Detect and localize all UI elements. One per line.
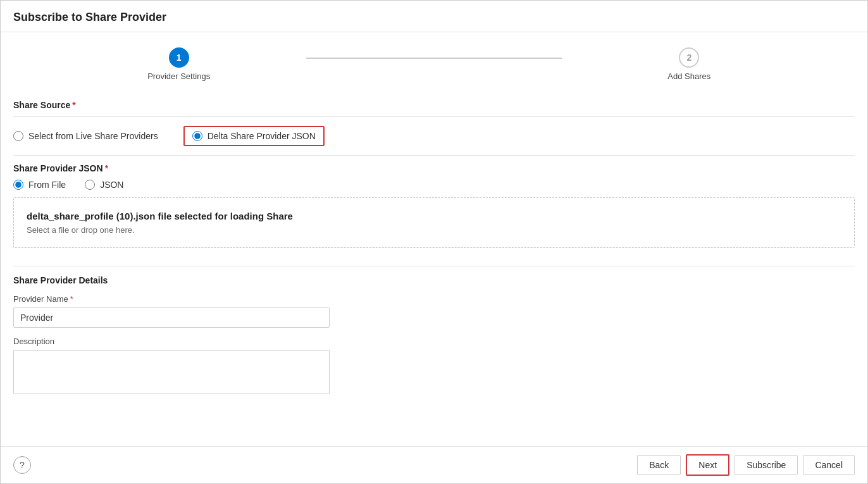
back-button[interactable]: Back <box>637 455 681 475</box>
subscribe-button[interactable]: Subscribe <box>735 455 798 475</box>
share-provider-json-section: Share Provider JSON* From File JSON delt… <box>13 156 855 248</box>
live-share-radio[interactable] <box>13 131 23 141</box>
provider-name-group: Provider Name* <box>13 294 855 328</box>
description-label: Description <box>13 337 855 346</box>
share-source-required: * <box>72 100 75 110</box>
provider-name-required: * <box>70 294 73 304</box>
step-2-label: Add Shares <box>667 71 710 81</box>
json-label: JSON <box>100 180 123 190</box>
file-drop-area[interactable]: delta_share_profile (10).json file selec… <box>13 197 855 248</box>
page-header: Subscribe to Share Provider <box>1 1 867 32</box>
next-button[interactable]: Next <box>686 454 729 476</box>
step-1-label: Provider Settings <box>147 71 210 81</box>
from-file-label: From File <box>28 180 66 190</box>
provider-details-title: Share Provider Details <box>13 266 855 285</box>
json-type-radio-group: From File JSON <box>13 180 855 190</box>
file-selected-text: delta_share_profile (10).json file selec… <box>27 211 841 221</box>
description-textarea[interactable] <box>13 350 330 394</box>
page-title: Subscribe to Share Provider <box>13 11 855 24</box>
live-share-option[interactable]: Select from Live Share Providers <box>13 131 158 141</box>
share-source-radio-group: Select from Live Share Providers Delta S… <box>13 117 855 156</box>
delta-share-radio[interactable] <box>192 131 202 141</box>
share-provider-json-required: * <box>105 163 108 173</box>
footer-left: ? <box>13 456 31 474</box>
help-button[interactable]: ? <box>13 456 31 474</box>
json-option[interactable]: JSON <box>85 180 123 190</box>
from-file-radio[interactable] <box>13 180 23 190</box>
step-1-circle: 1 <box>169 47 189 68</box>
live-share-label: Select from Live Share Providers <box>28 131 158 141</box>
provider-name-label: Provider Name* <box>13 294 855 304</box>
from-file-option[interactable]: From File <box>13 180 66 190</box>
provider-name-input[interactable] <box>13 307 330 328</box>
description-group: Description <box>13 337 855 396</box>
page-wrapper: Subscribe to Share Provider 1 Provider S… <box>0 0 868 484</box>
step-2-circle: 2 <box>679 47 699 68</box>
step-1: 1 Provider Settings <box>51 47 306 81</box>
share-source-section-title: Share Source* <box>13 91 855 117</box>
share-provider-json-title: Share Provider JSON* <box>13 163 855 173</box>
delta-share-option[interactable]: Delta Share Provider JSON <box>183 126 325 146</box>
footer-right: Back Next Subscribe Cancel <box>637 454 855 476</box>
json-radio[interactable] <box>85 180 95 190</box>
provider-details-section: Share Provider Details Provider Name* De… <box>13 256 855 411</box>
cancel-button[interactable]: Cancel <box>803 455 855 475</box>
step-2: 2 Add Shares <box>562 47 817 81</box>
page-footer: ? Back Next Subscribe Cancel <box>1 446 867 483</box>
delta-share-label: Delta Share Provider JSON <box>208 131 316 141</box>
file-drop-hint: Select a file or drop one here. <box>27 225 841 235</box>
stepper: 1 Provider Settings 2 Add Shares <box>1 32 867 91</box>
step-connector <box>306 58 561 59</box>
content-area: Share Source* Select from Live Share Pro… <box>1 91 867 446</box>
